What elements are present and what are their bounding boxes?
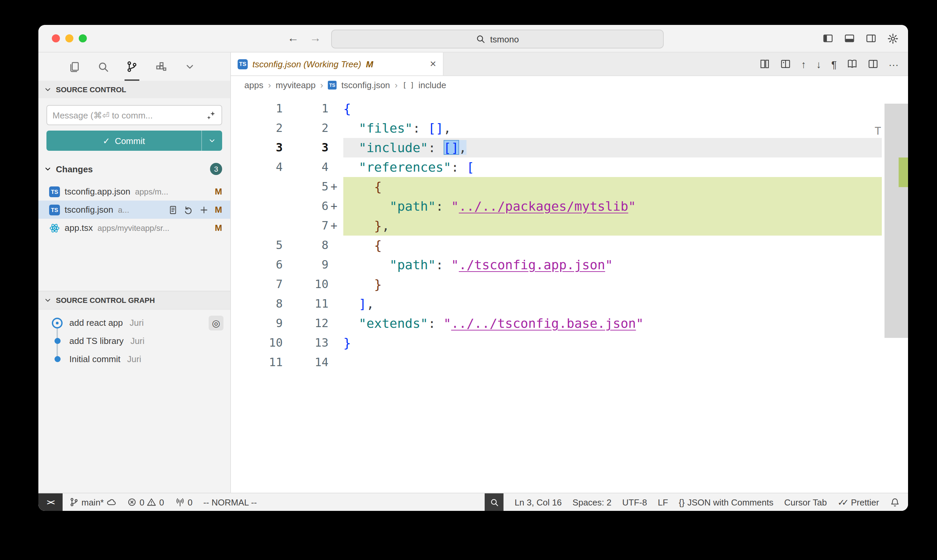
editor-scrollbar[interactable] — [885, 94, 908, 493]
settings-gear-icon[interactable] — [887, 33, 899, 44]
eol-indicator[interactable]: LF — [658, 497, 668, 507]
notifications-indicator[interactable] — [890, 497, 900, 507]
book-icon[interactable] — [847, 58, 858, 69]
breadcrumb-item-include[interactable]: include — [418, 80, 446, 90]
cursor-tab-indicator[interactable]: Cursor Tab — [784, 497, 827, 507]
code-lines: 11{22 "files": [],33 "include": [],44 "r… — [231, 94, 908, 372]
whitespace-icon[interactable]: ¶ — [831, 58, 837, 70]
search-icon — [476, 34, 485, 44]
extensions-icon[interactable] — [149, 52, 172, 81]
typescript-file-icon: TS — [328, 80, 337, 89]
commit-dropdown-button[interactable] — [201, 131, 222, 151]
file-row[interactable]: app.tsx apps/myviteapp/sr... M — [38, 219, 230, 237]
branch-indicator[interactable]: main* — [69, 497, 117, 507]
next-change-icon[interactable]: ↓ — [816, 58, 821, 70]
breadcrumb-item-tsconfig[interactable]: tsconfig.json — [341, 80, 390, 90]
toggle-panel-icon[interactable] — [844, 33, 855, 44]
file-row[interactable]: TS tsconfig.app.json apps/m... M — [38, 182, 230, 201]
more-views-chevron-icon[interactable] — [178, 52, 201, 81]
explorer-icon[interactable] — [63, 52, 86, 81]
close-tab-icon[interactable]: × — [430, 58, 436, 70]
line-number-old: 3 — [231, 138, 283, 157]
code-line[interactable]: 69 "path": "./tsconfig.app.json" — [231, 255, 908, 275]
code-line[interactable]: 1013} — [231, 333, 908, 353]
forward-icon[interactable]: → — [310, 32, 321, 45]
line-number-old: 2 — [231, 118, 283, 138]
formatter-text: Prettier — [851, 497, 879, 507]
encoding-indicator[interactable]: UTF-8 — [622, 497, 647, 507]
code-line[interactable]: 58 { — [231, 235, 908, 255]
line-number-new: 2 — [283, 118, 328, 138]
code-line[interactable]: 11{ — [231, 99, 908, 118]
commit-button[interactable]: ✓ Commit — [46, 131, 222, 151]
code-line[interactable]: 710 } — [231, 275, 908, 294]
source-control-graph-header[interactable]: SOURCE CONTROL GRAPH — [38, 291, 230, 309]
source-control-header[interactable]: SOURCE CONTROL — [38, 81, 230, 98]
ports-indicator[interactable]: 0 — [175, 497, 192, 507]
search-view-icon[interactable] — [92, 52, 114, 81]
code-line[interactable]: 7+ }, — [231, 216, 908, 235]
remote-icon: >< — [47, 498, 54, 506]
inline-view-icon[interactable] — [780, 58, 791, 69]
file-row-selected[interactable]: TS tsconfig.json a... M — [38, 201, 230, 219]
open-file-icon[interactable] — [168, 205, 178, 214]
code-line[interactable]: 5+ { — [231, 177, 908, 197]
source-control-icon[interactable] — [120, 52, 143, 81]
remote-indicator[interactable]: >< — [38, 493, 63, 511]
problems-indicator[interactable]: 0 0 — [128, 497, 164, 507]
code-line[interactable]: 6+ "path": "../../packages/mytslib" — [231, 197, 908, 216]
split-editor-icon[interactable] — [868, 58, 879, 69]
generate-commit-message-icon[interactable] — [206, 110, 216, 120]
line-number-new: 4 — [283, 157, 328, 177]
code-line[interactable]: 811 ], — [231, 294, 908, 314]
vim-mode: -- NORMAL -- — [203, 497, 257, 507]
changes-section-header[interactable]: Changes 3 — [38, 160, 230, 178]
breadcrumb-item-apps[interactable]: apps — [245, 80, 263, 90]
eol-text: LF — [658, 497, 668, 507]
goto-ref-button[interactable]: ◎ — [209, 315, 223, 330]
zoom-window-button[interactable] — [79, 34, 87, 42]
line-number-old — [231, 177, 283, 197]
back-icon[interactable]: ← — [288, 32, 299, 45]
previous-change-icon[interactable]: ↑ — [801, 58, 806, 70]
command-center-search[interactable]: tsmono — [331, 29, 664, 48]
warning-icon — [147, 497, 157, 507]
commit-row[interactable]: Initial commit Juri — [38, 350, 230, 368]
stage-changes-icon[interactable] — [199, 205, 209, 214]
close-window-button[interactable] — [52, 34, 60, 42]
indentation-indicator[interactable]: Spaces: 2 — [572, 497, 612, 507]
commit-row[interactable]: add TS library Juri — [38, 332, 230, 350]
diff-editor[interactable]: 11{22 "files": [],33 "include": [],44 "r… — [231, 94, 908, 493]
code-line[interactable]: 1114 — [231, 353, 908, 372]
zoom-indicator[interactable] — [485, 493, 504, 511]
vim-mode-indicator[interactable]: -- NORMAL -- — [203, 497, 257, 507]
code-line[interactable]: 33 "include": [], — [231, 138, 908, 157]
formatter-indicator[interactable]: ✓✓ Prettier — [838, 497, 879, 507]
open-changes-icon[interactable] — [759, 58, 770, 69]
added-line-marker: + — [328, 177, 343, 197]
language-mode-indicator[interactable]: {} JSON with Comments — [679, 497, 774, 507]
more-actions-icon[interactable]: ··· — [889, 58, 899, 70]
sidebar: SOURCE CONTROL Message (⌘⏎ to comm... ✓ … — [38, 52, 231, 493]
toggle-sidebar-left-icon[interactable] — [823, 33, 833, 44]
discard-changes-icon[interactable] — [184, 205, 193, 214]
cursor-position-indicator[interactable]: Ln 3, Col 16 — [515, 497, 562, 507]
source-control-graph-title: SOURCE CONTROL GRAPH — [56, 296, 155, 304]
line-number-new: 7 — [283, 216, 328, 235]
code-text: "include": [], — [343, 138, 882, 157]
tab-tsconfig-working-tree[interactable]: TS tsconfig.json (Working Tree) M × — [231, 52, 444, 75]
minimize-window-button[interactable] — [65, 34, 73, 42]
code-text: } — [343, 275, 882, 294]
commit-row[interactable]: add react app Juri ◎ — [38, 314, 230, 332]
added-line-marker — [328, 275, 343, 294]
scrollbar-thumb[interactable] — [885, 104, 908, 338]
code-line[interactable]: 44 "references": [ — [231, 157, 908, 177]
file-path: apps/m... — [135, 187, 168, 196]
added-line-marker — [328, 255, 343, 275]
code-line[interactable]: 912 "extends": "../../tsconfig.base.json… — [231, 314, 908, 333]
toggle-sidebar-right-icon[interactable] — [866, 33, 876, 44]
code-line[interactable]: 22 "files": [], — [231, 118, 908, 138]
commit-message-input[interactable]: Message (⌘⏎ to comm... — [46, 105, 222, 125]
breadcrumb-item-myviteapp[interactable]: myviteapp — [275, 80, 316, 90]
line-number-old: 7 — [231, 275, 283, 294]
